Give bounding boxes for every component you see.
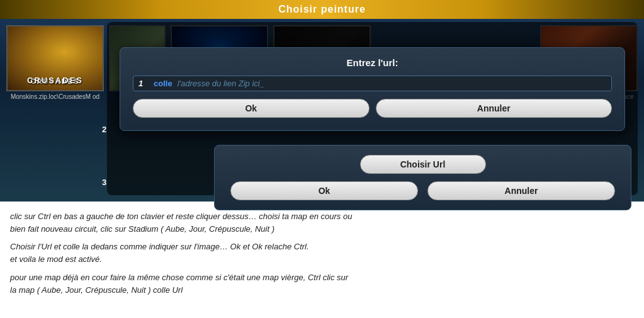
instruction-line1: clic sur Ctrl en bas a gauche de ton cla… [10,212,352,221]
main-ok-button[interactable]: Ok [230,181,418,200]
title-text: Choisir peinture [278,4,366,14]
top-section: Choisir peinture CRUSADES Monskins.zip.l… [0,0,644,202]
main-dialog: Choisir Url Ok Annuler [214,145,631,210]
modal-title: Entrez l'url: [133,57,612,68]
bottom-section: clic sur Ctrl en bas a gauche de ton cla… [0,202,644,318]
url-input-row[interactable]: 1 colle l'adresse du lien Zip ici_ [133,76,612,91]
instruction-line3: Choisir l'Url et colle la dedans comme i… [10,242,309,251]
main-dialog-buttons: Ok Annuler [230,181,615,200]
thumb-img-crusades: CRUSADES [6,25,104,91]
title-bar: Choisir peinture [0,0,644,19]
instruction-text: clic sur Ctrl en bas a gauche de ton cla… [10,210,634,297]
instruction-line4: et voila le mod est activé. [10,254,102,264]
instruction-line7: la map ( Aube, Jour, Crépuscule, Nuit ) … [10,285,183,295]
modal-buttons: Ok Annuler [133,99,612,118]
modal-cancel-button[interactable]: Annuler [376,99,613,118]
url-row-number: 1 [138,79,149,88]
thumb-item-crusades[interactable]: CRUSADES Monskins.zip.loc\CrusadesM od [6,25,104,100]
modal-overlay: Entrez l'url: 1 colle l'adresse du lien … [107,22,638,195]
row-number-3: 3 [102,178,106,187]
row-number-2: 2 [102,125,106,134]
instruction-line2: bien fait nouveau circuit, clic sur Stad… [10,224,274,234]
instruction-line6: pour une map déjà en cour faire la même … [10,273,348,282]
url-dialog: Entrez l'url: 1 colle l'adresse du lien … [120,47,625,131]
modal-ok-button[interactable]: Ok [133,99,370,118]
choisir-url-button[interactable]: Choisir Url [360,155,486,174]
url-placeholder-text: l'adresse du lien Zip ici_ [178,79,606,88]
main-cancel-button[interactable]: Annuler [427,181,615,200]
url-colle-label: colle [154,79,172,88]
thumb-label-crusades: Monskins.zip.loc\CrusadesM od [11,93,99,100]
